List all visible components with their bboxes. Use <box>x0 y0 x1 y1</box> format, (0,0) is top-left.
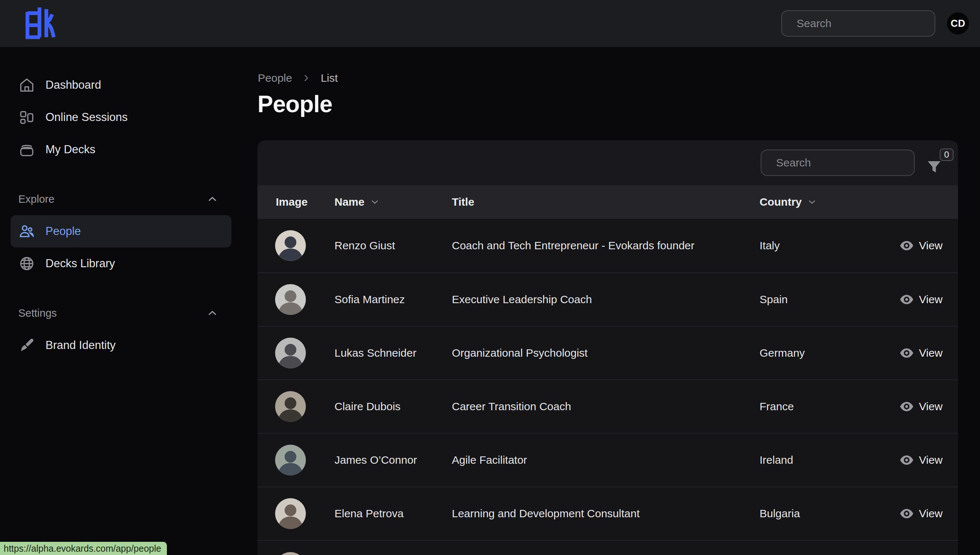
cell-country: Germany <box>760 347 805 359</box>
chevron-up-icon <box>206 193 218 205</box>
cell-name: James O’Connor <box>334 454 417 466</box>
view-button[interactable]: View <box>899 239 943 252</box>
eye-icon <box>899 508 914 519</box>
paintbrush-icon <box>18 337 35 354</box>
table-toolbar: 0 <box>257 140 958 185</box>
column-header-country[interactable]: Country <box>760 196 817 208</box>
column-header-name[interactable]: Name <box>334 196 380 208</box>
sidebar-item-online-sessions[interactable]: Online Sessions <box>11 101 231 133</box>
people-table-card: 0 Image Name Title Country <box>257 140 958 555</box>
sidebar-section-explore[interactable]: Explore <box>11 183 231 215</box>
sidebar-item-label: Brand Identity <box>45 339 116 352</box>
cell-name: Elena Petrova <box>334 507 403 520</box>
sidebar-item-label: Decks Library <box>45 257 115 270</box>
sidebar-item-people[interactable]: People <box>11 215 231 247</box>
table-row[interactable]: Lukas Schneider Organizational Psycholog… <box>257 326 958 379</box>
sidebar-item-label: Dashboard <box>45 79 101 91</box>
sidebar-item-dashboard[interactable]: Dashboard <box>11 69 231 101</box>
logo[interactable] <box>21 5 57 42</box>
cell-name: Sofia Martinez <box>334 293 405 306</box>
funnel-icon[interactable] <box>926 158 943 176</box>
cell-title: Organizational Psychologist <box>452 347 588 359</box>
table-row[interactable]: Claire Dubois Career Transition Coach Fr… <box>257 379 958 433</box>
breadcrumb-list[interactable]: List <box>321 72 338 84</box>
globe-icon <box>18 255 35 272</box>
sidebar-item-label: My Decks <box>45 143 95 156</box>
breadcrumb: People List <box>258 72 338 84</box>
table-row[interactable]: Sofia Martinez Executive Leadership Coac… <box>257 273 958 326</box>
view-button[interactable]: View <box>899 454 943 466</box>
view-button[interactable]: View <box>899 293 943 306</box>
column-header-title: Title <box>452 196 474 208</box>
eye-icon <box>899 348 914 359</box>
person-avatar <box>275 445 306 475</box>
filter-count-badge: 0 <box>940 148 954 161</box>
cell-title: Learning and Development Consultant <box>452 507 639 520</box>
person-avatar <box>275 391 306 422</box>
view-button[interactable]: View <box>899 347 943 359</box>
sessions-grid-icon <box>18 109 35 126</box>
user-avatar[interactable]: CD <box>947 13 969 34</box>
table-header-row: Image Name Title Country <box>257 185 958 219</box>
home-icon <box>18 77 35 93</box>
cell-title: Executive Leadership Coach <box>452 293 592 306</box>
sidebar-item-label: Online Sessions <box>45 111 128 124</box>
cell-country: Spain <box>760 293 788 306</box>
link-status-bar: https://alpha.evokards.com/app/people <box>0 542 167 555</box>
cell-name: Renzo Giust <box>334 239 395 252</box>
cell-country: Ireland <box>760 454 793 466</box>
person-avatar <box>275 552 306 555</box>
cell-title: Career Transition Coach <box>452 400 571 413</box>
sidebar-item-decks-library[interactable]: Decks Library <box>11 247 231 280</box>
cell-title: Agile Facilitator <box>452 454 527 466</box>
person-avatar <box>275 230 306 261</box>
chevron-up-icon <box>206 307 218 319</box>
table-search-input[interactable] <box>776 157 917 169</box>
person-avatar <box>275 338 306 368</box>
breadcrumb-people[interactable]: People <box>258 72 292 84</box>
table-search[interactable] <box>761 149 915 176</box>
chevron-down-icon[interactable] <box>807 197 817 207</box>
cell-title: Coach and Tech Entrepreneur - Evokards f… <box>452 239 695 252</box>
table-row[interactable]: James O’Connor Agile Facilitator Ireland… <box>257 433 958 486</box>
users-icon <box>18 223 35 240</box>
topbar: CD <box>0 0 980 47</box>
cell-name: Claire Dubois <box>334 400 400 413</box>
sidebar-section-settings[interactable]: Settings <box>11 297 231 329</box>
eye-icon <box>899 454 914 465</box>
sidebar-item-my-decks[interactable]: My Decks <box>11 133 231 166</box>
column-header-image: Image <box>276 196 308 208</box>
table-body: Renzo Giust Coach and Tech Entrepreneur … <box>257 219 958 555</box>
decks-stack-icon <box>18 141 35 158</box>
eye-icon <box>899 294 914 305</box>
chevron-right-icon <box>302 73 311 83</box>
global-search[interactable] <box>781 10 935 37</box>
sidebar-item-brand-identity[interactable]: Brand Identity <box>11 329 231 361</box>
cell-name: Lukas Schneider <box>334 347 416 359</box>
logo-ek-icon <box>21 5 57 42</box>
section-label: Explore <box>18 193 54 205</box>
sidebar-item-label: People <box>45 225 81 238</box>
eye-icon <box>899 401 914 412</box>
cell-country: Italy <box>760 239 780 252</box>
sidebar: Dashboard Online Sessions My Decks <box>0 47 242 361</box>
view-button[interactable]: View <box>899 507 943 520</box>
view-button[interactable]: View <box>899 400 943 413</box>
section-label: Settings <box>18 307 57 319</box>
table-row[interactable]: Renzo Giust Coach and Tech Entrepreneur … <box>257 219 958 273</box>
eye-icon <box>899 240 914 251</box>
cell-country: Bulgaria <box>760 507 800 520</box>
app-window: CD Dashboard Online Sessions <box>0 0 980 555</box>
chevron-down-icon[interactable] <box>370 197 380 207</box>
cell-country: France <box>760 400 794 413</box>
table-row-partial[interactable] <box>257 540 958 555</box>
person-avatar <box>275 284 306 315</box>
person-avatar <box>275 498 306 529</box>
table-row[interactable]: Elena Petrova Learning and Development C… <box>257 486 958 540</box>
page-title: People <box>257 91 332 118</box>
global-search-input[interactable] <box>797 17 938 30</box>
